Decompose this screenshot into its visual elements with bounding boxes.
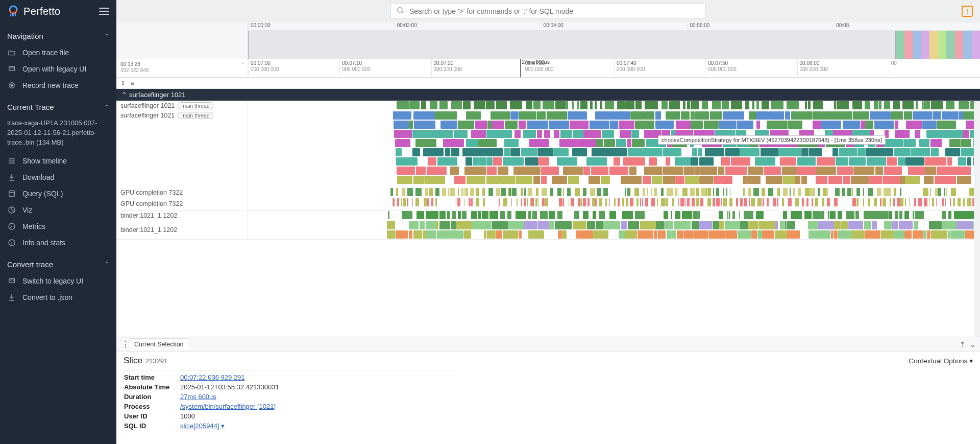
section-current-trace[interactable]: Current Trace ⌃ xyxy=(0,94,116,115)
sidebar-label: Convert to .json xyxy=(22,293,72,301)
svg-rect-13 xyxy=(9,278,15,283)
main-thread-pill: main thread xyxy=(178,102,213,109)
ruler-origin: 00:13:28 392 522 048 + xyxy=(116,59,248,77)
tab-current-selection[interactable]: Current Selection xyxy=(129,338,189,350)
collapse-controls: ⇕ ≡ xyxy=(116,78,980,89)
perfetto-logo-icon xyxy=(7,5,19,17)
svg-point-14 xyxy=(398,8,402,12)
track-binder-slices[interactable] xyxy=(248,221,980,239)
sidebar-label: Download xyxy=(22,173,54,181)
sidebar-label: Metrics xyxy=(22,222,45,230)
folder-open-icon xyxy=(7,48,16,57)
legacy-ui-icon xyxy=(7,64,16,74)
section-current-trace-label: Current Trace xyxy=(7,103,54,111)
track-label-binder-slices[interactable]: binder:1021_1 1202 xyxy=(116,221,248,239)
vertical-scrollbar[interactable] xyxy=(974,101,980,337)
brand: Perfetto xyxy=(7,5,60,17)
details-menu-icon[interactable]: ⋮ xyxy=(116,339,127,349)
search-box[interactable] xyxy=(390,4,706,19)
sidebar-label: Query (SQL) xyxy=(22,190,63,198)
track-label-sf-sched[interactable]: surfaceflinger 1021 main thread xyxy=(116,101,248,111)
svg-point-8 xyxy=(11,84,13,86)
sidebar-item-record[interactable]: Record new trace xyxy=(0,77,116,94)
overview-timeline[interactable]: 00:00:0000:02:0000:04:0000:06:0000:08 xyxy=(116,22,980,59)
main: ! 00:00:0000:02:0000:04:0000:06:0000:08 … xyxy=(116,0,980,444)
sidebar-label: Switch to legacy UI xyxy=(22,277,83,285)
record-icon xyxy=(7,81,16,90)
track-binder-sched[interactable] xyxy=(248,211,980,221)
sidebar-label: Open trace file xyxy=(22,49,69,57)
sidebar-label: Show timeline xyxy=(22,157,67,165)
time-ruler[interactable]: 00:13:28 392 522 048 + 00:07:00000 000 0… xyxy=(116,59,980,78)
search-input[interactable] xyxy=(409,7,700,15)
section-navigation[interactable]: Navigation ⌃ xyxy=(0,22,116,44)
section-convert[interactable]: Convert trace ⌃ xyxy=(0,251,116,273)
brand-name: Perfetto xyxy=(23,6,60,17)
sidebar-item-info[interactable]: Info and stats xyxy=(0,235,116,251)
sidebar-item-switch-legacy[interactable]: Switch to legacy UI xyxy=(0,273,116,289)
svg-point-9 xyxy=(9,191,15,193)
main-thread-pill: main thread xyxy=(178,112,213,119)
sidebar-item-download[interactable]: Download xyxy=(0,169,116,185)
menu-toggle-icon[interactable] xyxy=(99,8,109,15)
database-icon xyxy=(7,189,16,198)
track-sf-sched[interactable] xyxy=(248,101,980,111)
info-icon xyxy=(7,238,16,247)
collapse-horizontal-icon[interactable]: ≡ xyxy=(131,80,134,87)
sidebar-item-viz[interactable]: Viz xyxy=(0,202,116,218)
sidebar-item-open-trace[interactable]: Open trace file xyxy=(0,44,116,61)
overview-minimap xyxy=(896,31,980,59)
caret-down-icon: ▾ xyxy=(969,357,973,365)
overview-viewport[interactable] xyxy=(248,31,896,59)
sidebar-item-metrics[interactable]: Metrics xyxy=(0,218,116,235)
timeline-area[interactable]: surfaceflinger 1021 main thread surfacef… xyxy=(116,101,980,337)
sidebar: Perfetto Navigation ⌃ Open trace file Op… xyxy=(0,0,116,444)
details-panel: ⋮ Current Selection ⇡ ⌄ Slice213291 Cont… xyxy=(116,337,980,444)
ruler-ticks: 00:07:00000 000 00000:07:10000 000 00000… xyxy=(248,59,980,77)
chevron-up-icon: ⌃ xyxy=(104,261,109,268)
panel-down-icon[interactable]: ⌄ xyxy=(970,340,976,348)
sidebar-item-show-timeline[interactable]: Show timeline xyxy=(0,153,116,169)
slice-tooltip: chooseCompositionStrategy for MTKDEV (46… xyxy=(658,135,886,145)
chevron-up-icon: ⌃ xyxy=(121,91,127,99)
svg-rect-4 xyxy=(13,14,14,16)
sidebar-label: Open with legacy UI xyxy=(22,65,86,73)
sidebar-item-query[interactable]: Query (SQL) xyxy=(0,185,116,202)
trace-filename: trace-xaga-UP1A.231005.007-2025-01-12-11… xyxy=(0,115,116,153)
details-title: Slice213291 xyxy=(124,356,167,366)
legacy-ui-icon xyxy=(7,276,16,286)
track-label-sf-slices[interactable]: surfaceflinger 1021 main thread xyxy=(116,111,248,188)
metrics-icon xyxy=(7,222,16,231)
track-sf-slices[interactable]: chooseCompositionStrategy for MTKDEV (46… xyxy=(248,111,980,188)
process-name: surfaceflinger 1021 xyxy=(129,91,186,99)
topbar: ! xyxy=(116,0,980,22)
warning-badge-icon[interactable]: ! xyxy=(962,6,973,17)
svg-rect-2 xyxy=(10,14,11,16)
sidebar-label: Viz xyxy=(22,206,32,214)
ruler-plus-icon[interactable]: + xyxy=(241,60,244,66)
track-label-gpu-sched[interactable]: GPU completion 7322 xyxy=(116,188,248,198)
svg-rect-6 xyxy=(9,66,15,71)
download-icon xyxy=(7,293,16,302)
sidebar-label: Record new trace xyxy=(22,81,79,89)
section-convert-label: Convert trace xyxy=(7,260,53,269)
download-icon xyxy=(7,173,16,182)
details-table: Start time00:07:22.036 929 291Absolute T… xyxy=(124,370,454,433)
track-gpu-sched[interactable] xyxy=(248,188,980,198)
sidebar-item-convert-json[interactable]: Convert to .json xyxy=(0,289,116,306)
track-label-binder-sched[interactable]: binder:1021_1 1202 xyxy=(116,211,248,221)
process-header[interactable]: ⌃ surfaceflinger 1021 xyxy=(116,89,980,101)
panel-up-icon[interactable]: ⇡ xyxy=(960,340,966,348)
track-gpu-slices[interactable] xyxy=(248,198,980,210)
contextual-options-dropdown[interactable]: Contextual Options ▾ xyxy=(909,357,973,365)
collapse-vertical-icon[interactable]: ⇕ xyxy=(120,80,126,87)
sidebar-label: Info and stats xyxy=(22,239,65,247)
svg-rect-3 xyxy=(12,13,13,16)
time-marker[interactable]: 27ms 600us xyxy=(520,59,549,77)
svg-rect-5 xyxy=(15,13,16,16)
track-label-gpu-slices[interactable]: GPU completion 7322 xyxy=(116,198,248,210)
sidebar-item-open-legacy[interactable]: Open with legacy UI xyxy=(0,61,116,77)
section-navigation-label: Navigation xyxy=(7,32,43,40)
chevron-up-icon: ⌃ xyxy=(104,104,109,111)
viz-icon xyxy=(7,205,16,215)
